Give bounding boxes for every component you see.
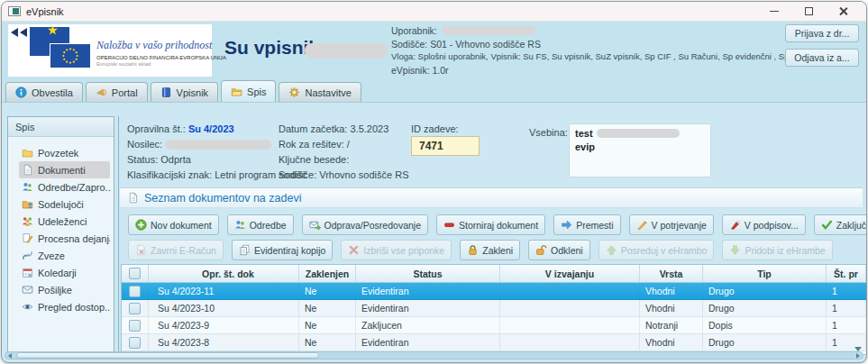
minimize-icon — [770, 11, 779, 13]
logo-arrow-icon — [20, 28, 27, 37]
table-header-row: Opr. št. dok Zaklenjen Status V izvajanj… — [122, 265, 866, 283]
cell-tip: Dopis — [703, 317, 827, 333]
sidebar-item-procesna-dejanja[interactable]: Procesna dejanja — [19, 230, 110, 247]
scroll-left-arrow[interactable] — [8, 353, 12, 359]
button-label: Odkleni — [551, 245, 583, 256]
scroll-right-arrow[interactable] — [856, 353, 860, 359]
sidebar-item-udelezenci[interactable]: Udeleženci — [19, 213, 110, 230]
cell-zaklenjen: Ne — [299, 283, 356, 299]
row-checkbox[interactable] — [129, 320, 141, 332]
open-folder-icon — [231, 86, 242, 97]
header-checkbox[interactable] — [129, 268, 141, 279]
cell-vrsta: Vhodni — [640, 334, 703, 350]
tab-spis[interactable]: Spis — [221, 80, 276, 102]
title-bar: eVpisnik — [2, 2, 866, 22]
tab-obvestila[interactable]: Obvestila — [5, 82, 83, 102]
info-icon — [15, 86, 27, 98]
column-header-tip[interactable]: Tip — [703, 265, 827, 282]
finish-button[interactable]: Zaključi — [814, 214, 867, 235]
select-all-header[interactable] — [122, 265, 149, 282]
close-icon — [838, 6, 848, 16]
spis-sidebar: Spis Povzetek Dokumenti Odredbe/Zapro...… — [7, 116, 114, 352]
cell-izvajanju — [500, 300, 640, 316]
documents-section-title: Seznam dokumentov na zadevi — [144, 192, 301, 205]
button-label: Evidentiraj kopijo — [254, 245, 325, 256]
close-button[interactable] — [826, 2, 860, 21]
sidebar-item-dokumenti[interactable]: Dokumenti — [19, 161, 110, 178]
documents-toolbar-1: Nov dokument Odredbe Odprava/Posredovanj… — [128, 214, 861, 235]
redacted-holder-name — [165, 140, 271, 150]
case-info: Opravilna št.: Su 4/2023 Nosilec: Status… — [121, 120, 863, 185]
table-row[interactable]: Su 4/2023-10 Ne Evidentiran Vhodni Drugo… — [122, 300, 866, 317]
tab-label: Portal — [112, 87, 138, 98]
column-header-v-izvajanju[interactable]: V izvajanju — [500, 265, 640, 282]
move-button[interactable]: Premesti — [553, 214, 620, 235]
case-id-field[interactable]: 7471 — [411, 136, 480, 156]
scrollbar-thumb[interactable] — [16, 352, 319, 359]
tab-portal[interactable]: Portal — [86, 82, 148, 102]
delete-attachments-button[interactable]: Izbriši vse priponke — [341, 240, 452, 260]
plus-icon — [135, 219, 147, 231]
arrow-right-icon — [561, 219, 572, 231]
content-label: Vsebina: — [529, 127, 568, 138]
table-row[interactable]: Su 4/2023-11 Ne Evidentiran Vhodni Drugo… — [122, 283, 866, 300]
users-icon — [234, 219, 246, 231]
row-checkbox[interactable] — [129, 337, 141, 349]
minimize-button[interactable] — [757, 2, 791, 21]
tab-nastavitve[interactable]: Nastavitve — [279, 82, 361, 102]
court-info: Sodišče: S01 - Vrhovno sodišče RS — [391, 38, 786, 51]
horizontal-scrollbar[interactable] — [5, 351, 863, 359]
document-icon — [127, 192, 139, 204]
redacted-user-name — [442, 26, 535, 35]
table-row[interactable]: Su 4/2023-9 Ne Zakljucen Notranji Dopis … — [122, 317, 866, 334]
column-header-opr[interactable]: Opr. št. dok — [149, 265, 299, 282]
content-field[interactable]: test evip — [569, 123, 711, 177]
eu-logo: Naložba v vašo prihodnost Operacijo deln… — [8, 24, 212, 77]
case-id-label: ID zadeve: — [411, 123, 459, 134]
sidebar-item-posiljke[interactable]: Pošiljke — [19, 281, 110, 298]
column-header-vrsta[interactable]: Vrsta — [640, 265, 703, 282]
mail-forward-icon — [309, 219, 321, 231]
sidebar-item-odredbe[interactable]: Odredbe/Zapro... — [19, 178, 110, 196]
to-confirmation-button[interactable]: V potrjevanje — [629, 214, 714, 235]
button-label: V potrjevanje — [652, 220, 707, 231]
maximize-button[interactable] — [791, 2, 826, 21]
register-copy-button[interactable]: Evidentiraj kopijo — [232, 240, 333, 260]
tab-label: Obvestila — [32, 87, 73, 98]
new-document-button[interactable]: Nov dokument — [128, 214, 219, 235]
column-header-zaklenjen[interactable]: Zaklenjen — [299, 265, 356, 282]
pencil-icon — [636, 219, 648, 231]
orders-button[interactable]: Odredbe — [227, 214, 294, 235]
column-header-st-pr[interactable]: Št. pr — [827, 265, 866, 282]
calendar-icon — [22, 267, 33, 278]
lock-button[interactable]: Zakleni — [460, 240, 520, 260]
edit-icon — [22, 232, 33, 244]
sidebar-item-koledarji[interactable]: Koledarji — [19, 264, 110, 281]
link-icon — [22, 250, 33, 261]
login-other-button[interactable]: Prijava z dr... — [785, 24, 859, 42]
maximize-icon — [805, 7, 813, 15]
cancel-document-button[interactable]: Storniraj dokument — [436, 214, 545, 235]
sidebar-title: Spis — [8, 117, 114, 137]
sidebar-item-pregled-dostopov[interactable]: Pregled dostop... — [19, 298, 110, 315]
book-icon — [160, 86, 172, 98]
dispatch-button[interactable]: Odprava/Posredovanje — [302, 214, 428, 235]
get-from-earchive-button[interactable]: Pridobi iz eHrambe — [722, 240, 832, 260]
to-signing-button[interactable]: V podpisov... — [722, 214, 806, 235]
row-checkbox[interactable] — [129, 303, 141, 314]
table-row[interactable]: Su 4/2023-8 Ne Evidentiran Vhodni Drugo … — [122, 334, 866, 351]
logo-funding-note: Operacijo delno financira Evropska unija — [96, 55, 210, 60]
sidebar-item-sodelujoci[interactable]: Sodelujoči — [19, 196, 110, 213]
tab-vpisnik[interactable]: Vpisnik — [151, 82, 218, 102]
app-window: eVpisnik Naložba v vašo prihodnost Opera… — [1, 1, 867, 363]
holder-line: Nosilec: — [127, 139, 271, 150]
row-checkbox[interactable] — [129, 286, 141, 297]
sidebar-item-zveze[interactable]: Zveze — [19, 247, 110, 264]
logout-button[interactable]: Odjava iz a... — [785, 49, 859, 67]
reject-einvoice-button[interactable]: Zavrni E-Račun — [128, 240, 224, 260]
column-header-status[interactable]: Status — [356, 265, 500, 282]
button-label: Zavrni E-Račun — [151, 245, 216, 256]
sidebar-item-povzetek[interactable]: Povzetek — [19, 144, 110, 161]
send-to-earchive-button[interactable]: Posreduj v eHrambo — [598, 240, 715, 260]
unlock-button[interactable]: Odkleni — [528, 240, 590, 260]
